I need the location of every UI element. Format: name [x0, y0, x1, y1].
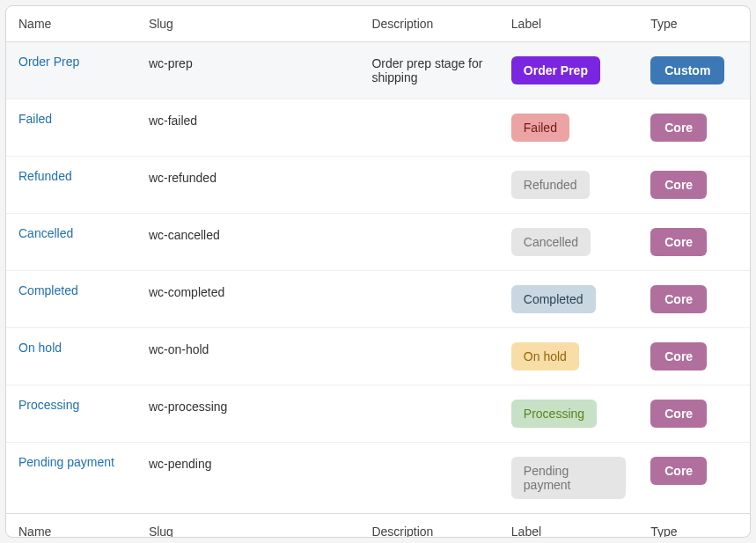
cell-type: Core [638, 157, 750, 214]
column-header-type[interactable]: Type [638, 6, 750, 42]
cell-slug: wc-prep [136, 42, 360, 99]
cell-label: Processing [499, 385, 638, 443]
status-name-link[interactable]: Cancelled [18, 226, 73, 240]
column-header-name[interactable]: Name [6, 6, 136, 42]
status-name-link[interactable]: Processing [18, 398, 79, 412]
cell-slug: wc-on-hold [136, 328, 360, 385]
cell-name: Cancelled [6, 214, 136, 271]
cell-label: Pending payment [499, 443, 638, 514]
cell-label: Order Prep [499, 42, 638, 99]
status-label-badge: Failed [511, 114, 569, 142]
table-body: Order Prepwc-prepOrder prep stage for sh… [6, 42, 750, 514]
cell-label: Cancelled [499, 214, 638, 271]
table-row: Cancelledwc-cancelledCancelledCore [6, 214, 750, 271]
cell-name: Pending payment [6, 443, 136, 514]
status-name-link[interactable]: Pending payment [18, 455, 114, 469]
column-footer-description[interactable]: Description [359, 514, 498, 539]
status-name-link[interactable]: Failed [18, 112, 52, 126]
status-table-panel: Name Slug Description Label Type Order P… [5, 5, 751, 538]
table-header: Name Slug Description Label Type [6, 6, 750, 42]
column-footer-type[interactable]: Type [638, 514, 750, 539]
status-name-link[interactable]: On hold [18, 341, 62, 355]
table-row: On holdwc-on-holdOn holdCore [6, 328, 750, 385]
status-name-link[interactable]: Refunded [18, 169, 72, 183]
table-row: Refundedwc-refundedRefundedCore [6, 157, 750, 214]
table-row: Failedwc-failedFailedCore [6, 99, 750, 157]
table-row: Processingwc-processingProcessingCore [6, 385, 750, 443]
cell-description [359, 157, 498, 214]
status-type-badge: Core [650, 457, 707, 485]
cell-type: Core [638, 328, 750, 385]
status-type-badge: Core [650, 228, 707, 256]
cell-description [359, 271, 498, 328]
status-label-badge: Pending payment [511, 457, 626, 499]
cell-name: Refunded [6, 157, 136, 214]
cell-slug: wc-completed [136, 271, 360, 328]
cell-slug: wc-processing [136, 385, 360, 443]
status-type-badge: Core [650, 400, 707, 428]
column-header-slug[interactable]: Slug [136, 6, 360, 42]
cell-description [359, 328, 498, 385]
cell-name: On hold [6, 328, 136, 385]
cell-type: Custom [638, 42, 750, 99]
column-footer-label[interactable]: Label [499, 514, 638, 539]
cell-name: Processing [6, 385, 136, 443]
column-footer-slug[interactable]: Slug [136, 514, 360, 539]
status-label-badge: Processing [511, 400, 597, 428]
cell-name: Completed [6, 271, 136, 328]
status-label-badge: On hold [511, 342, 579, 371]
cell-type: Core [638, 99, 750, 157]
status-label-badge: Refunded [511, 171, 590, 199]
table-row: Order Prepwc-prepOrder prep stage for sh… [6, 42, 750, 99]
cell-type: Core [638, 443, 750, 514]
status-type-badge: Core [650, 114, 707, 142]
cell-label: Completed [499, 271, 638, 328]
cell-description [359, 443, 498, 514]
column-header-label[interactable]: Label [499, 6, 638, 42]
status-type-badge: Core [650, 342, 707, 371]
cell-slug: wc-refunded [136, 157, 360, 214]
column-header-description[interactable]: Description [359, 6, 498, 42]
table-row: Pending paymentwc-pendingPending payment… [6, 443, 750, 514]
table-row: Completedwc-completedCompletedCore [6, 271, 750, 328]
cell-label: Refunded [499, 157, 638, 214]
cell-slug: wc-pending [136, 443, 360, 514]
cell-name: Order Prep [6, 42, 136, 99]
status-table: Name Slug Description Label Type Order P… [6, 6, 750, 538]
status-type-badge: Core [650, 171, 707, 199]
cell-name: Failed [6, 99, 136, 157]
table-footer: Name Slug Description Label Type [6, 514, 750, 539]
status-label-badge: Order Prep [511, 56, 600, 84]
cell-type: Core [638, 214, 750, 271]
column-footer-name[interactable]: Name [6, 514, 136, 539]
cell-description [359, 214, 498, 271]
status-name-link[interactable]: Completed [18, 283, 78, 297]
cell-type: Core [638, 271, 750, 328]
cell-label: Failed [499, 99, 638, 157]
cell-slug: wc-failed [136, 99, 360, 157]
status-type-badge: Core [650, 285, 707, 313]
cell-type: Core [638, 385, 750, 443]
cell-slug: wc-cancelled [136, 214, 360, 271]
status-label-badge: Cancelled [511, 228, 591, 256]
cell-label: On hold [499, 328, 638, 385]
cell-description [359, 99, 498, 157]
status-name-link[interactable]: Order Prep [18, 55, 79, 69]
status-label-badge: Completed [511, 285, 596, 313]
cell-description [359, 385, 498, 443]
status-type-badge: Custom [650, 56, 724, 84]
cell-description: Order prep stage for shipping [359, 42, 498, 99]
